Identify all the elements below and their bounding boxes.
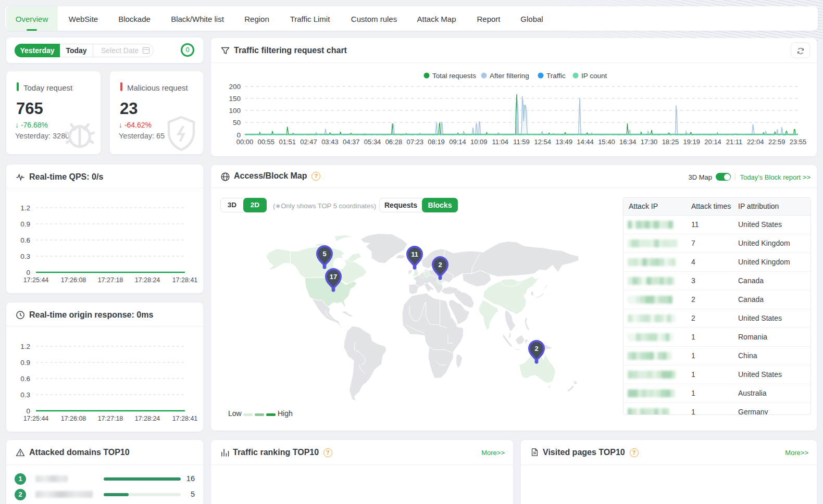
svg-text:17:28:24: 17:28:24 xyxy=(135,276,160,284)
svg-text:21:11: 21:11 xyxy=(726,138,743,146)
svg-text:17:27:18: 17:27:18 xyxy=(98,415,123,422)
svg-text:IP count: IP count xyxy=(581,72,607,80)
svg-text:50: 50 xyxy=(233,119,241,127)
svg-text:00:00: 00:00 xyxy=(236,138,254,146)
svg-text:07:23: 07:23 xyxy=(407,138,424,146)
svg-text:200: 200 xyxy=(229,83,241,91)
svg-text:17:26:08: 17:26:08 xyxy=(61,276,86,284)
svg-text:12:54: 12:54 xyxy=(534,138,552,146)
svg-text:Traffic: Traffic xyxy=(546,72,566,80)
svg-text:0.6: 0.6 xyxy=(20,236,30,244)
svg-text:17:30: 17:30 xyxy=(641,138,658,146)
svg-text:17:28:41: 17:28:41 xyxy=(172,276,198,284)
svg-text:05:34: 05:34 xyxy=(364,138,381,146)
svg-text:13:49: 13:49 xyxy=(555,138,572,146)
svg-text:5: 5 xyxy=(322,250,326,258)
svg-text:01:51: 01:51 xyxy=(279,138,296,146)
svg-text:0: 0 xyxy=(26,269,30,276)
svg-text:08:19: 08:19 xyxy=(428,138,445,146)
svg-text:17:25:44: 17:25:44 xyxy=(23,415,49,422)
svg-text:17:27:18: 17:27:18 xyxy=(98,276,123,284)
svg-text:23:55: 23:55 xyxy=(790,138,807,146)
svg-text:19:19: 19:19 xyxy=(683,138,701,146)
svg-text:06:28: 06:28 xyxy=(385,138,403,146)
svg-text:1.2: 1.2 xyxy=(20,343,30,350)
svg-text:17:25:44: 17:25:44 xyxy=(23,276,49,284)
svg-text:0.9: 0.9 xyxy=(20,359,30,367)
svg-text:18:25: 18:25 xyxy=(662,138,679,146)
svg-text:04:37: 04:37 xyxy=(343,138,360,146)
svg-text:0: 0 xyxy=(26,407,30,415)
svg-text:02:47: 02:47 xyxy=(300,138,317,146)
svg-text:17:26:08: 17:26:08 xyxy=(61,415,86,422)
svg-text:17:28:24: 17:28:24 xyxy=(135,415,160,422)
svg-text:11:59: 11:59 xyxy=(513,138,530,146)
svg-text:150: 150 xyxy=(229,95,241,103)
svg-text:14:44: 14:44 xyxy=(577,138,594,146)
svg-text:15:40: 15:40 xyxy=(598,138,615,146)
svg-text:0.6: 0.6 xyxy=(20,375,30,383)
svg-text:00:55: 00:55 xyxy=(258,138,275,146)
svg-text:09:14: 09:14 xyxy=(449,138,466,146)
svg-text:2: 2 xyxy=(534,345,538,352)
svg-text:22:59: 22:59 xyxy=(768,138,785,146)
svg-text:11: 11 xyxy=(411,250,418,258)
svg-text:0.3: 0.3 xyxy=(20,253,30,260)
svg-text:100: 100 xyxy=(229,107,241,115)
svg-text:22:04: 22:04 xyxy=(747,138,764,146)
svg-text:1.2: 1.2 xyxy=(20,204,30,212)
svg-text:Total requests: Total requests xyxy=(432,72,476,80)
svg-text:0.3: 0.3 xyxy=(20,391,30,399)
svg-text:0.9: 0.9 xyxy=(20,220,30,228)
svg-text:17: 17 xyxy=(330,273,337,281)
svg-text:16:34: 16:34 xyxy=(619,138,637,146)
svg-text:11:04: 11:04 xyxy=(492,138,508,146)
svg-text:17:28:41: 17:28:41 xyxy=(172,415,198,422)
svg-text:10:09: 10:09 xyxy=(470,138,488,146)
svg-text:2: 2 xyxy=(438,261,442,269)
svg-text:03:43: 03:43 xyxy=(321,138,339,146)
svg-text:After filtering: After filtering xyxy=(490,72,529,80)
svg-text:20:14: 20:14 xyxy=(704,138,721,146)
